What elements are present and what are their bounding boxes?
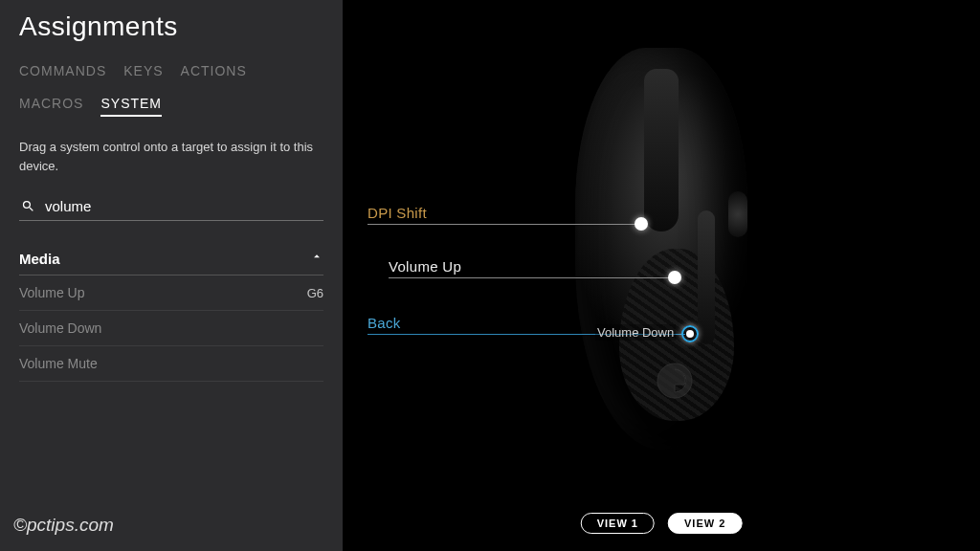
view1-button[interactable]: VIEW 1 [581, 513, 655, 534]
chevron-up-icon [310, 250, 323, 267]
list-item[interactable]: Volume Mute [19, 346, 323, 382]
mouse-illustration [499, 31, 824, 490]
watermark: ©pctips.com [13, 515, 114, 536]
tab-commands[interactable]: COMMANDS [19, 63, 106, 82]
search-row [19, 192, 323, 221]
sidebar: Assignments COMMANDS KEYS ACTIONS MACROS… [0, 0, 343, 551]
instruction-text: Drag a system control onto a target to a… [19, 138, 323, 175]
callout-back[interactable]: Back [368, 315, 401, 331]
tab-actions[interactable]: ACTIONS [181, 63, 247, 82]
item-assigned: G6 [307, 286, 323, 300]
mouse-side-buttons [698, 210, 715, 344]
target-dot-g6[interactable] [668, 271, 681, 284]
tab-keys[interactable]: KEYS [123, 63, 163, 82]
callout-line [389, 277, 672, 278]
category-media-header[interactable]: Media [19, 242, 323, 276]
item-label: Volume Mute [19, 356, 98, 371]
item-label: Volume Up [19, 285, 84, 300]
target-dot-back[interactable] [681, 325, 699, 342]
callout-line [368, 334, 685, 335]
tab-bar: COMMANDS KEYS ACTIONS MACROS SYSTEM [19, 63, 323, 117]
scroll-wheel [728, 191, 747, 237]
view-switcher: VIEW 1 VIEW 2 [581, 513, 743, 534]
device-view: DPI Shift Volume Up Back Volume Down VIE… [343, 0, 980, 551]
category-label: Media [19, 251, 60, 267]
search-icon [21, 199, 35, 213]
mouse-body [575, 48, 747, 450]
tab-system[interactable]: SYSTEM [100, 96, 162, 117]
search-input[interactable] [45, 198, 322, 214]
target-dot-dpi[interactable] [635, 217, 648, 231]
callout-dpi-shift[interactable]: DPI Shift [368, 205, 427, 221]
item-label: Volume Down [19, 320, 101, 336]
callout-line [368, 224, 638, 225]
tab-macros[interactable]: MACROS [19, 96, 83, 117]
view2-button[interactable]: VIEW 2 [668, 513, 742, 534]
callout-volume-up[interactable]: Volume Up [389, 258, 461, 275]
brand-logo-icon [652, 358, 698, 404]
list-item[interactable]: Volume Up G6 [19, 276, 323, 311]
mouse-top-plate [644, 69, 679, 231]
page-title: Assignments [19, 11, 323, 42]
list-item[interactable]: Volume Down [19, 311, 323, 346]
